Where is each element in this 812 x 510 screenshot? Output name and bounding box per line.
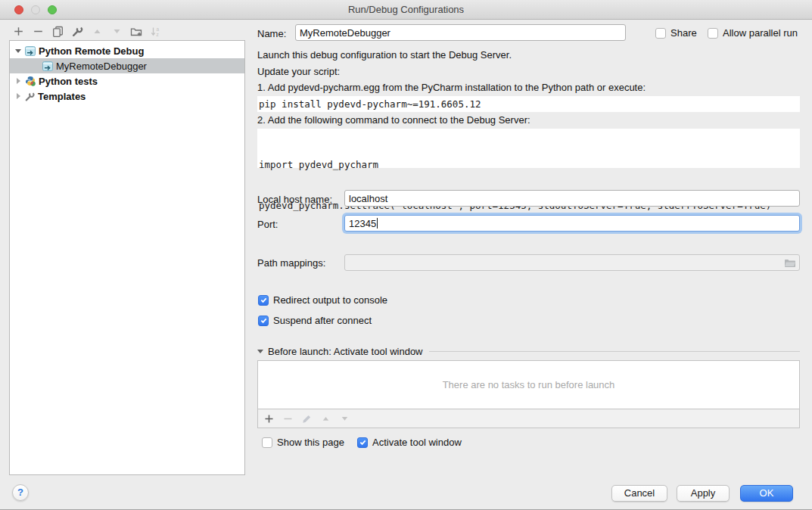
sort-alphabetically-icon: a z <box>150 26 162 37</box>
tree-item-label: Templates <box>38 91 86 102</box>
port-input[interactable]: 12345 <box>344 215 800 232</box>
move-up-icon <box>92 26 103 37</box>
add-task-button[interactable] <box>263 413 274 424</box>
show-this-page-label: Show this page <box>277 437 344 448</box>
intro-text: Launch this debug configuration to start… <box>257 49 512 61</box>
step2-text: 2. Add the following command to connect … <box>257 114 530 126</box>
sort-configurations-button: a z <box>148 23 163 39</box>
activate-tool-window-checkbox[interactable] <box>357 437 368 448</box>
tree-item-python-tests[interactable]: Python tests <box>10 73 244 89</box>
run-debug-configurations-dialog: Run/Debug Configurations <box>0 0 812 510</box>
move-up-button <box>89 23 104 39</box>
suspend-after-connect-label: Suspend after connect <box>273 315 372 326</box>
edit-defaults-button[interactable] <box>70 23 85 39</box>
name-input[interactable] <box>295 24 626 41</box>
title-bar: Run/Debug Configurations <box>0 0 812 20</box>
checkmark-icon <box>260 296 268 304</box>
local-host-name-label: Local host name: <box>257 194 332 205</box>
code-line-import: import pydevd_pycharm <box>259 158 800 172</box>
remove-icon <box>283 414 293 424</box>
configurations-tree: Python Remote Debug MyRemoteDebugger <box>9 40 245 475</box>
before-launch-task-list: There are no tasks to run before launch <box>257 360 800 428</box>
share-checkbox-row: Share <box>655 27 697 39</box>
empty-tasks-text: There are no tasks to run before launch <box>258 361 799 409</box>
help-button[interactable]: ? <box>12 484 29 501</box>
cancel-button[interactable]: Cancel <box>611 485 667 502</box>
path-mappings-input[interactable] <box>344 254 800 271</box>
configurations-toolbar: a z <box>11 23 163 39</box>
path-mappings-label: Path mappings: <box>257 257 325 269</box>
remote-debug-config-icon <box>42 61 53 71</box>
tree-item-myremotedebugger[interactable]: MyRemoteDebugger <box>10 58 244 73</box>
redirect-output-row: Redirect output to console <box>258 294 387 306</box>
share-label: Share <box>670 27 697 39</box>
wrench-icon <box>72 26 83 37</box>
tree-item-label: MyRemoteDebugger <box>56 61 147 72</box>
allow-parallel-run-checkbox[interactable] <box>708 28 718 39</box>
before-launch-toolbar <box>258 409 799 428</box>
show-this-page-row: Show this page <box>262 437 344 448</box>
move-down-icon <box>340 414 350 424</box>
add-icon <box>13 26 24 37</box>
apply-button[interactable]: Apply <box>677 485 730 502</box>
remove-icon <box>33 26 44 37</box>
settrace-code-block[interactable]: import pydevd_pycharm pydevd_pycharm.set… <box>257 129 800 168</box>
pip-install-code-block[interactable]: pip install pydevd-pycharm~=191.6605.12 <box>257 96 800 112</box>
checkmark-icon <box>359 438 367 446</box>
move-down-button <box>109 23 124 39</box>
ok-button[interactable]: OK <box>740 485 793 502</box>
copy-configuration-button[interactable] <box>50 23 65 39</box>
tree-item-label: Python tests <box>39 76 98 87</box>
expand-arrow-icon[interactable] <box>14 93 22 99</box>
activate-tool-window-label: Activate tool window <box>372 437 462 448</box>
window-title: Run/Debug Configurations <box>0 0 812 20</box>
question-mark-icon: ? <box>17 487 23 498</box>
remove-configuration-button[interactable] <box>30 23 45 39</box>
move-task-up-button <box>320 413 331 424</box>
pencil-icon <box>302 414 312 424</box>
move-down-icon <box>111 26 123 37</box>
tree-item-python-remote-debug[interactable]: Python Remote Debug <box>10 43 244 58</box>
expand-arrow-icon[interactable] <box>14 78 22 84</box>
move-up-icon <box>321 414 331 424</box>
show-this-page-checkbox[interactable] <box>262 437 272 448</box>
before-launch-header[interactable]: Before launch: Activate tool window <box>257 345 800 357</box>
redirect-output-checkbox[interactable] <box>258 295 269 306</box>
move-task-down-button <box>339 413 350 424</box>
suspend-after-connect-checkbox[interactable] <box>258 316 269 326</box>
add-configuration-button[interactable] <box>11 23 26 39</box>
separator-line <box>429 351 800 352</box>
activate-tool-window-row: Activate tool window <box>357 437 462 448</box>
before-launch-title: Before launch: Activate tool window <box>268 346 423 357</box>
remote-debug-config-icon <box>25 46 36 56</box>
local-host-name-input[interactable] <box>344 190 800 207</box>
templates-wrench-icon <box>25 92 35 101</box>
text-cursor <box>377 218 378 229</box>
suspend-after-connect-row: Suspend after connect <box>258 315 372 326</box>
share-checkbox[interactable] <box>655 28 666 39</box>
collapse-arrow-icon[interactable] <box>257 350 263 353</box>
edit-task-button <box>301 413 312 424</box>
allow-parallel-run-checkbox-row: Allow parallel run <box>708 27 798 39</box>
browse-folder-icon[interactable] <box>784 258 796 268</box>
redirect-output-label: Redirect output to console <box>273 294 387 306</box>
tree-item-label: Python Remote Debug <box>39 45 144 57</box>
port-value: 12345 <box>349 218 376 229</box>
allow-parallel-run-label: Allow parallel run <box>723 27 798 39</box>
update-script-text: Update your script: <box>257 66 340 77</box>
remove-task-button <box>282 413 293 424</box>
step1-text: 1. Add pydevd-pycharm.egg from the PyCha… <box>257 82 646 93</box>
svg-text:a: a <box>157 26 160 32</box>
create-folder-button[interactable] <box>129 23 144 39</box>
svg-text:z: z <box>157 32 159 37</box>
tree-item-templates[interactable]: Templates <box>10 89 244 104</box>
checkmark-icon <box>260 316 268 325</box>
collapse-arrow-icon[interactable] <box>14 49 22 53</box>
copy-icon <box>52 26 64 37</box>
port-label: Port: <box>257 219 278 230</box>
name-label: Name: <box>257 28 286 39</box>
add-icon <box>264 414 274 424</box>
new-folder-icon <box>130 26 142 37</box>
python-tests-icon <box>25 76 36 86</box>
